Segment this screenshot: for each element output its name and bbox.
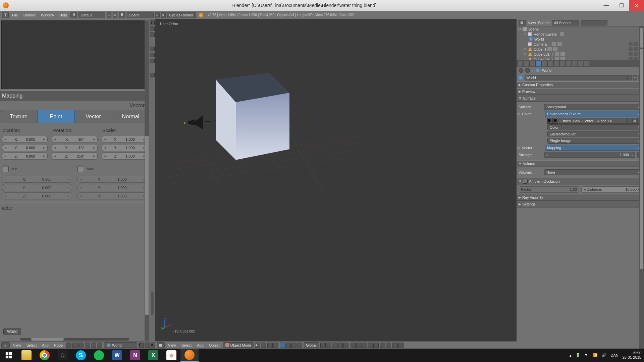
toolbar-scroll-icon[interactable] xyxy=(151,292,154,315)
taskbar-skype[interactable]: S xyxy=(72,349,90,362)
outliner-cube001[interactable]: Cube.001 xyxy=(534,52,550,56)
tab-texture[interactable]: Texture xyxy=(0,110,37,123)
world-node-chip[interactable]: World xyxy=(3,328,21,335)
min-z-field[interactable]: ◂Z:0.000▸ xyxy=(2,192,72,199)
interpolation-dropdown[interactable]: Single Image⇕ xyxy=(547,138,642,144)
taskbar-word[interactable]: W xyxy=(108,349,126,362)
pin-icon[interactable] xyxy=(519,68,523,73)
visibility-eye-icon[interactable] xyxy=(629,52,633,56)
image-browse2-icon[interactable]: ▦ xyxy=(553,118,558,124)
panel-volume[interactable]: ▼Volume xyxy=(517,160,644,167)
ne-shader-type-icons[interactable] xyxy=(66,343,84,348)
prop-tab-material-icon[interactable] xyxy=(566,61,571,66)
mode-dropdown[interactable]: Object Mode xyxy=(223,342,254,348)
prop-tab-renderlayers-icon[interactable] xyxy=(523,61,529,66)
tab-vector[interactable]: Vector xyxy=(75,110,112,123)
image-browse-icon[interactable]: ⊞ xyxy=(547,118,553,124)
prop-tab-modifiers-icon[interactable] xyxy=(553,61,559,66)
prop-tab-scene-icon[interactable] xyxy=(529,61,535,66)
location-x-field[interactable]: ◂X:0.000▸ xyxy=(2,136,48,143)
layer-buttons[interactable] xyxy=(320,343,379,348)
location-z-field[interactable]: ◂Z:0.000▸ xyxy=(2,153,48,160)
taskbar-audio[interactable]: 🎧 xyxy=(54,349,72,362)
max-z-field[interactable]: ◂Z:1.000▸ xyxy=(77,192,148,199)
scene-add-button[interactable]: + xyxy=(155,12,160,18)
ao-enable-checkbox[interactable] xyxy=(523,179,528,184)
prop-tab-world-icon[interactable] xyxy=(535,61,541,66)
rotation-x-field[interactable]: ◂X:16°▸ xyxy=(52,136,97,143)
toolbar-toggle-icon[interactable] xyxy=(150,26,155,31)
visibility-select-icon[interactable] xyxy=(634,57,638,60)
snap-icons[interactable] xyxy=(380,343,391,348)
visibility-eye-icon[interactable] xyxy=(629,47,633,51)
max-checkbox[interactable] xyxy=(77,166,84,172)
ne-fake-user-button[interactable]: F xyxy=(139,343,144,348)
taskbar-explorer[interactable] xyxy=(17,349,36,362)
outliner-world[interactable]: World xyxy=(534,37,544,41)
toolbar-toggle-icon[interactable] xyxy=(150,33,155,37)
ao-distance-field[interactable]: ◂ Distance:10.000 ▸ xyxy=(581,186,642,193)
strength-field[interactable]: ◂1.000▸ xyxy=(544,152,635,158)
outliner-camera[interactable]: Camera xyxy=(534,42,547,46)
outliner-cube[interactable]: Cube xyxy=(534,47,542,51)
panel-ambient-occlusion[interactable]: ▼Ambient Occlusion xyxy=(517,178,644,185)
visibility-select-icon[interactable] xyxy=(634,52,638,56)
color-input-dropdown[interactable]: Environment Texture● xyxy=(545,111,642,117)
scene-delete-button[interactable]: × xyxy=(161,12,166,18)
vp-menu-add[interactable]: Add xyxy=(195,343,206,347)
ne-tree-type-icons[interactable] xyxy=(85,343,102,348)
scene-dropdown[interactable]: Scene xyxy=(127,12,154,18)
toolbar-toggle-top-icon[interactable]: + xyxy=(150,20,155,25)
menu-render[interactable]: Render xyxy=(21,12,38,18)
manipulator-icons[interactable] xyxy=(280,343,302,348)
vector-socket-icon[interactable] xyxy=(517,146,520,149)
toolbar-tab-icon[interactable] xyxy=(150,47,155,51)
menu-file[interactable]: File xyxy=(10,12,20,18)
vp-menu-object[interactable]: Object xyxy=(207,343,222,347)
rotation-y-field[interactable]: ◂Y:-16°▸ xyxy=(52,144,97,151)
node-editor-vscroll[interactable] xyxy=(145,20,149,341)
panel-ray-visibility[interactable]: ▶Ray Visibility xyxy=(517,194,644,201)
tray-expand-icon[interactable]: ▴ xyxy=(570,353,572,358)
editor-type-3dview-icon[interactable]: ▦ xyxy=(157,342,165,348)
toolbar-tab-icon[interactable] xyxy=(150,53,155,57)
outliner-search-input[interactable] xyxy=(581,20,607,25)
prop-tab-data-icon[interactable] xyxy=(559,61,565,66)
scene-browse-icon[interactable]: ⠿ xyxy=(119,12,125,18)
tray-flag-icon[interactable]: ⚑ xyxy=(584,353,589,358)
pivot-point-icons[interactable] xyxy=(267,343,278,348)
ne-world-dropdown[interactable]: World xyxy=(104,342,137,348)
viewport-shading-icons[interactable]: ● xyxy=(255,343,266,348)
min-checkbox[interactable] xyxy=(2,166,9,172)
outliner-scope-dropdown[interactable]: All Scenes xyxy=(552,20,579,25)
node-editor-empty-view[interactable] xyxy=(1,20,148,89)
taskbar-spotify[interactable] xyxy=(90,349,108,362)
panel-surface[interactable]: ▼Surface xyxy=(517,95,644,102)
image-fake-user-button[interactable]: F xyxy=(627,118,632,124)
ne-menu-add[interactable]: Add xyxy=(40,343,51,347)
surface-shader-dropdown[interactable]: Background● xyxy=(544,104,642,110)
tab-point[interactable]: Point xyxy=(37,110,74,123)
ne-menu-view[interactable]: View xyxy=(11,343,23,347)
outliner[interactable]: ⊖⊞Scene ⊖▣RenderLayers World ▣Camera| ⊕C… xyxy=(517,26,644,60)
volume-shader-dropdown[interactable]: None● xyxy=(544,169,642,175)
menu-help[interactable]: Help xyxy=(57,12,69,18)
panel-settings[interactable]: ▶Settings xyxy=(517,201,644,207)
editor-type-outliner-icon[interactable]: ☰ xyxy=(518,20,526,25)
visibility-select-icon[interactable] xyxy=(634,47,638,51)
image-open-button[interactable]: ⊞ xyxy=(632,118,637,124)
maximize-button[interactable]: ☐ xyxy=(614,0,629,11)
rotation-z-field[interactable]: ◂Z:253°▸ xyxy=(52,153,97,160)
outliner-scene[interactable]: Scene xyxy=(528,27,539,31)
toolbar-tab-icon[interactable] xyxy=(150,73,155,77)
tray-volume-icon[interactable]: 🔊 xyxy=(602,353,606,358)
prop-tab-physics-icon[interactable] xyxy=(584,61,589,66)
ne-menu-node[interactable]: Node xyxy=(52,343,65,347)
colorspace-dropdown[interactable]: Color⇕ xyxy=(547,124,642,130)
visibility-select-icon[interactable] xyxy=(634,42,638,46)
color-socket-icon[interactable] xyxy=(517,113,520,115)
min-x-field[interactable]: ◂X:0.000▸ xyxy=(2,176,72,183)
breadcrumb-world[interactable]: World xyxy=(542,68,552,72)
menu-window[interactable]: Window xyxy=(39,12,56,18)
tray-network-icon[interactable]: 📶 xyxy=(593,353,598,358)
